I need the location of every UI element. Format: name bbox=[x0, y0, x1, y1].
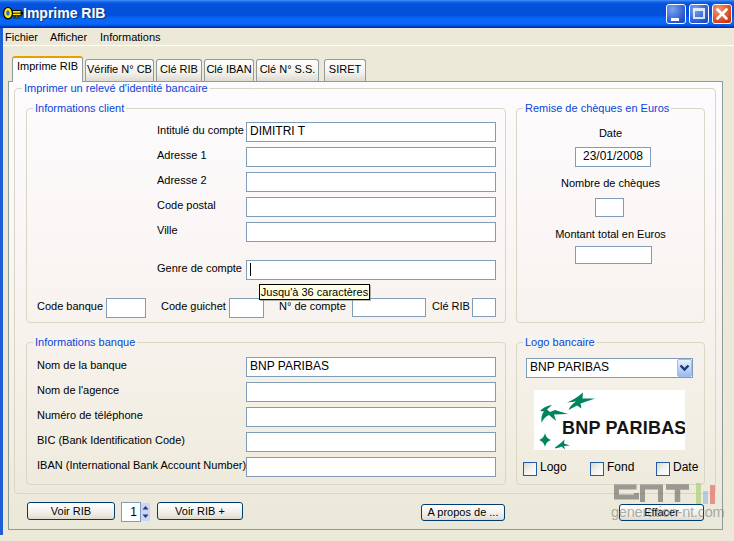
svg-text:BNP PARIBAS: BNP PARIBAS bbox=[562, 418, 685, 438]
